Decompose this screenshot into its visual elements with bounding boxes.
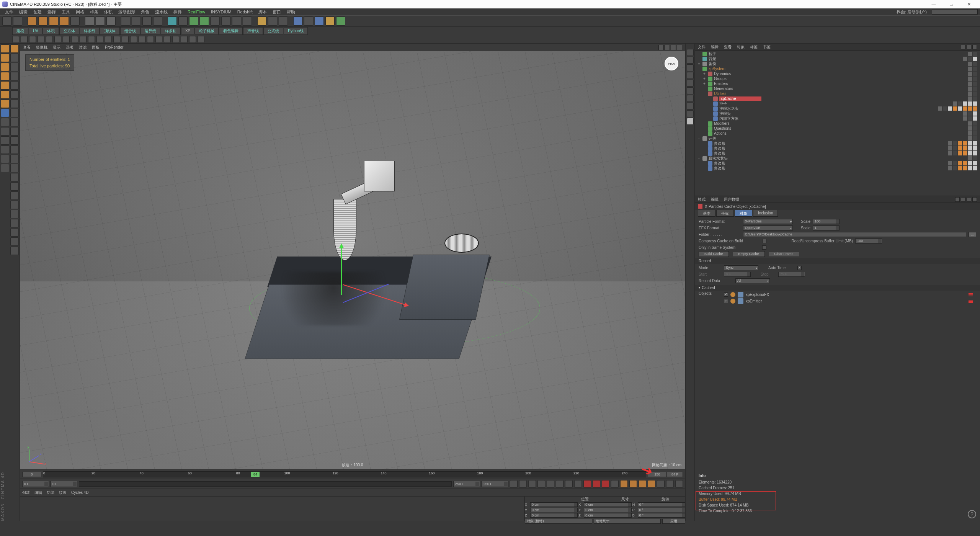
tag-icon[interactable] [968,121,972,126]
tag-icon[interactable] [973,151,977,155]
objmgr-menu[interactable]: 对象 [737,44,745,50]
side-icon[interactable] [687,95,694,102]
tree-row[interactable]: -真实水龙头 [695,156,980,161]
objmgr-menu[interactable]: 书签 [763,44,771,50]
tag-icon[interactable] [963,116,967,121]
lock-icon[interactable] [730,292,735,297]
key-p-icon[interactable] [620,480,628,488]
key-r-icon[interactable] [639,480,646,488]
palette-icon[interactable] [46,36,53,43]
tool-icon[interactable] [10,145,19,154]
palette-tab[interactable]: 着色编辑 [219,27,243,35]
tool-icon[interactable] [10,219,19,227]
tag-icon[interactable] [938,106,942,111]
move-icon[interactable] [38,16,47,26]
tool-icon[interactable] [10,100,19,108]
palette-tab[interactable]: 顶线体 [100,27,120,35]
size-field[interactable]: 0 cm [584,502,631,507]
tree-row[interactable]: 池子 [695,101,980,106]
tag-icon[interactable] [973,166,977,170]
tag-icon[interactable] [973,67,977,71]
spline-icon[interactable] [178,16,188,26]
lower-tab[interactable]: 功能 [47,490,54,495]
palette-tab[interactable]: 声音线 [243,27,263,35]
tag-icon[interactable] [973,141,977,145]
tag-icon[interactable] [953,106,957,111]
object-name[interactable]: 备份 [709,61,751,67]
tag-icon[interactable] [968,111,972,116]
side-icon[interactable] [687,103,694,109]
tool-icon[interactable] [10,136,19,145]
play-back-icon[interactable] [537,480,545,488]
material-area[interactable] [20,497,524,521]
tag-icon[interactable] [963,141,967,145]
camera-icon[interactable] [232,16,241,26]
object-name[interactable]: Emitters [714,82,756,86]
tag-icon[interactable] [968,136,972,141]
tag-icon[interactable] [973,161,977,165]
palette-icon[interactable] [38,36,44,43]
object-name[interactable]: 多边形 [714,166,756,171]
tag-icon[interactable] [948,141,952,145]
tag-icon[interactable] [973,116,977,121]
palette-icon[interactable] [71,36,78,43]
palette-icon[interactable] [63,36,70,43]
scale-field[interactable]: 100 [813,219,840,224]
tag-icon[interactable] [958,141,962,145]
palette-tab[interactable]: 立方体 [59,27,79,35]
pos-field[interactable]: 0 cm [530,502,578,507]
environment-icon[interactable] [221,16,230,26]
axis-mode-icon[interactable] [1,109,9,117]
frame-field-2[interactable]: 250 F [453,481,480,487]
tag-icon[interactable] [973,52,977,56]
menu-item[interactable]: 角色 [138,9,152,15]
poly-mode-icon[interactable] [1,100,9,108]
tag-icon[interactable] [973,156,977,160]
magnet-icon[interactable] [1,136,9,145]
object-name[interactable]: 多边形 [714,151,756,156]
palette-icon[interactable] [80,36,87,43]
live-select-icon[interactable] [10,54,19,62]
tree-row[interactable]: 内部立方体 [695,116,980,121]
path-icon[interactable] [972,45,977,49]
rot-field[interactable]: 0 ° [638,508,685,512]
object-name[interactable]: Modifiers [714,121,756,126]
edge-mode-icon[interactable] [1,90,9,99]
efx-format-dd[interactable]: OpenVDB▾ [743,226,793,230]
attrmgr-menu[interactable]: 模式 [698,197,706,202]
tree-row[interactable]: 洗碗头 [695,111,980,116]
tag-icon[interactable] [973,82,977,86]
object-name[interactable]: 开关 [709,136,751,141]
timeline[interactable]: 0 020406080100120140160180200220240 84 2… [20,469,685,479]
workplane-icon[interactable] [1,72,9,80]
key-pla-icon[interactable] [648,480,655,488]
tree-row[interactable]: 多边形 [695,146,980,151]
attrmgr-menu[interactable]: 编辑 [711,197,719,202]
tag-icon[interactable] [973,126,977,131]
tool-icon[interactable] [10,201,19,209]
object-name[interactable]: 粒子 [709,51,751,57]
tag-icon[interactable] [963,101,967,106]
attr-tab[interactable]: Inclusion [753,210,778,217]
point-mode-icon[interactable] [1,81,9,90]
side-icon[interactable] [687,118,694,125]
tag-icon[interactable] [973,146,977,150]
light-icon[interactable] [243,16,252,26]
vp-menu-item[interactable]: 显示 [53,45,60,50]
objmgr-menu[interactable]: 编辑 [711,44,719,50]
side-icon[interactable] [687,110,694,117]
tag-icon[interactable] [943,106,947,111]
tag-icon[interactable] [953,166,957,170]
object-name[interactable]: Groups [714,77,756,81]
palette-tab[interactable]: XP [181,28,194,34]
tag-icon[interactable] [968,166,972,170]
tag-icon[interactable] [973,101,977,106]
object-name[interactable]: 真实水龙头 [709,156,751,161]
palette-tab[interactable]: UV [29,28,42,34]
lock-icon[interactable] [730,299,735,304]
palette-icon[interactable] [96,36,103,43]
up-icon[interactable] [967,197,971,202]
object-name[interactable]: 多边形 [714,146,756,151]
key-pnt-icon[interactable] [657,480,665,488]
mograph-icon[interactable] [293,16,302,26]
